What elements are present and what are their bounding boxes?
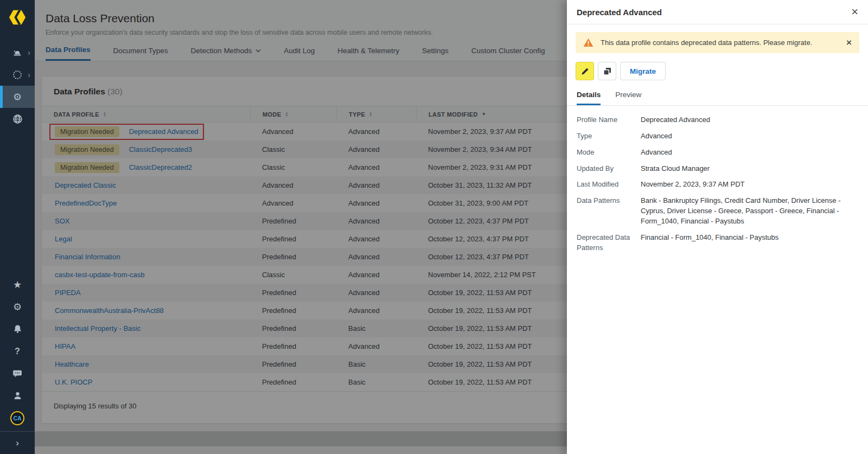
- panel-actions: Migrate: [576, 62, 859, 80]
- detail-value: Deprecated Advanced: [641, 115, 846, 125]
- chat-icon: [12, 369, 22, 378]
- sidebar-item-configuration[interactable]: ⚙: [0, 86, 35, 108]
- tab-details[interactable]: Details: [577, 91, 601, 105]
- star-icon: ★: [13, 280, 22, 290]
- sidebar-item-incidents[interactable]: ›: [0, 41, 35, 63]
- sidebar-item-insights[interactable]: ›: [0, 63, 35, 86]
- deprecation-warning-banner: This data profile contains deprecated da…: [576, 32, 859, 53]
- detail-row: Updated By Strata Cloud Manager: [577, 164, 858, 174]
- tab-preview[interactable]: Preview: [615, 91, 641, 105]
- avatar[interactable]: CA: [10, 411, 24, 425]
- sidebar-item-account[interactable]: CA: [0, 407, 35, 429]
- sidebar-item-settings[interactable]: ⚙: [0, 296, 35, 318]
- gear-icon: ⚙: [13, 302, 22, 312]
- person-icon: [13, 391, 22, 400]
- panel-header: Deprecated Advanced ×: [567, 0, 868, 24]
- bell-icon: [13, 324, 22, 334]
- insights-icon: [13, 71, 22, 79]
- pencil-icon: [581, 67, 589, 75]
- detail-label: Type: [577, 131, 641, 142]
- sidebar: › › ⚙ ★ ⚙: [0, 0, 35, 454]
- close-icon[interactable]: ×: [846, 38, 852, 47]
- detail-label: Mode: [577, 148, 641, 158]
- sidebar-item-help[interactable]: ?: [0, 340, 35, 362]
- sidebar-item-feedback[interactable]: [0, 362, 35, 385]
- sidebar-bottom-nav: ★ ⚙ ? CA: [0, 273, 35, 429]
- chevron-right-icon[interactable]: ›: [28, 49, 30, 56]
- chevron-right-icon: ›: [16, 438, 19, 449]
- chevron-right-icon[interactable]: ›: [28, 71, 30, 79]
- alarm-icon: [12, 48, 22, 57]
- strata-logo-icon: [8, 8, 27, 27]
- detail-label: Profile Name: [577, 115, 641, 125]
- detail-row: Deprecated Data Patterns Financial - For…: [577, 233, 858, 253]
- detail-panel: Deprecated Advanced × This data profile …: [567, 0, 868, 454]
- sidebar-item-favorites[interactable]: ★: [0, 273, 35, 296]
- detail-value: Advanced: [641, 131, 846, 142]
- detail-value: Financial - Form_1040, Financial - Payst…: [641, 233, 846, 253]
- detail-label: Updated By: [577, 164, 641, 174]
- detail-value: Bank - Bankruptcy Filings, Credit Card N…: [641, 196, 846, 227]
- brand-logo[interactable]: [0, 0, 35, 35]
- detail-label: Last Modified: [577, 180, 641, 190]
- detail-row: Mode Advanced: [577, 148, 858, 158]
- detail-value: November 2, 2023, 9:37 AM PDT: [641, 180, 846, 190]
- help-icon: ?: [15, 347, 20, 356]
- edit-button[interactable]: [576, 62, 594, 80]
- sidebar-item-notifications[interactable]: [0, 318, 35, 340]
- warning-text: This data profile contains deprecated da…: [601, 39, 839, 47]
- sidebar-expand-button[interactable]: ›: [0, 431, 35, 454]
- clone-button[interactable]: [598, 62, 616, 80]
- detail-row: Data Patterns Bank - Bankruptcy Filings,…: [577, 196, 858, 227]
- panel-tab-bar: Details Preview: [567, 91, 868, 106]
- gear-icon: ⚙: [13, 92, 22, 102]
- migrate-button[interactable]: Migrate: [620, 62, 666, 80]
- clone-icon: [603, 67, 611, 75]
- sidebar-top-nav: › › ⚙: [0, 41, 35, 130]
- globe-icon: [12, 114, 23, 124]
- warning-triangle-icon: [583, 38, 593, 47]
- detail-row: Last Modified November 2, 2023, 9:37 AM …: [577, 180, 858, 190]
- close-icon[interactable]: ×: [851, 6, 858, 18]
- modal-dim-overlay: [35, 0, 567, 454]
- detail-value: Strata Cloud Manager: [641, 164, 846, 174]
- sidebar-item-profile[interactable]: [0, 385, 35, 407]
- detail-value: Advanced: [641, 148, 846, 158]
- sidebar-item-global[interactable]: [0, 108, 35, 130]
- detail-row: Type Advanced: [577, 131, 858, 142]
- panel-title: Deprecated Advanced: [577, 8, 662, 17]
- details-list: Profile Name Deprecated Advanced Type Ad…: [567, 106, 868, 268]
- detail-row: Profile Name Deprecated Advanced: [577, 115, 858, 125]
- detail-label: Deprecated Data Patterns: [577, 233, 641, 253]
- detail-label: Data Patterns: [577, 196, 641, 227]
